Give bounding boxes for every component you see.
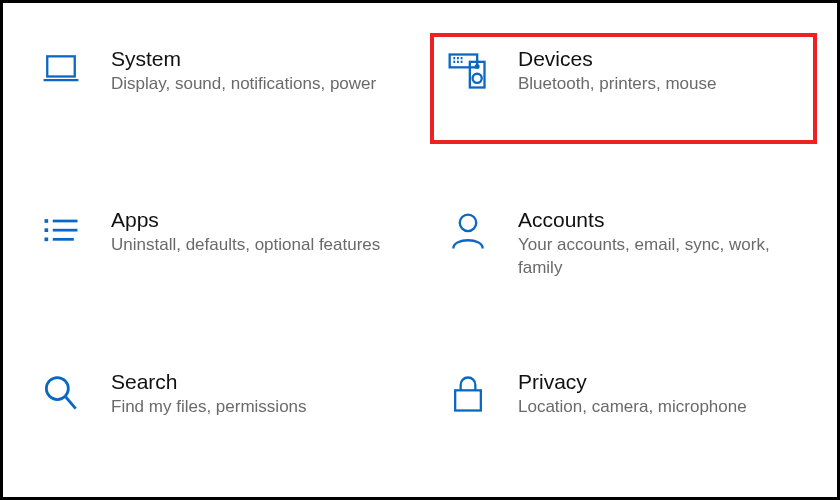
svg-rect-0 (47, 56, 75, 76)
category-text: Privacy Location, camera, microphone (518, 370, 801, 419)
svg-rect-21 (455, 390, 481, 410)
category-text: Search Find my files, permissions (111, 370, 394, 419)
svg-point-11 (476, 65, 479, 68)
category-devices[interactable]: Devices Bluetooth, printers, mouse (430, 33, 817, 144)
svg-line-20 (66, 396, 76, 408)
category-title: Search (111, 370, 394, 394)
devices-icon (446, 49, 490, 93)
category-apps[interactable]: Apps Uninstall, defaults, optional featu… (23, 194, 410, 305)
category-search[interactable]: Search Find my files, permissions (23, 356, 410, 467)
category-privacy[interactable]: Privacy Location, camera, microphone (430, 356, 817, 467)
category-system[interactable]: System Display, sound, notifications, po… (23, 33, 410, 144)
category-text: System Display, sound, notifications, po… (111, 47, 394, 96)
svg-point-18 (460, 215, 477, 232)
category-text: Accounts Your accounts, email, sync, wor… (518, 208, 801, 280)
person-icon (446, 210, 490, 254)
category-desc: Your accounts, email, sync, work, family (518, 234, 801, 280)
svg-point-10 (473, 74, 482, 83)
category-desc: Display, sound, notifications, power (111, 73, 394, 96)
category-desc: Location, camera, microphone (518, 396, 801, 419)
lock-icon (446, 372, 490, 416)
laptop-icon (39, 49, 83, 93)
category-title: Apps (111, 208, 394, 232)
svg-rect-14 (45, 229, 49, 233)
search-icon (39, 372, 83, 416)
svg-point-19 (46, 377, 68, 399)
category-text: Apps Uninstall, defaults, optional featu… (111, 208, 394, 257)
category-title: Privacy (518, 370, 801, 394)
settings-categories-grid: System Display, sound, notifications, po… (23, 33, 817, 467)
category-text: Devices Bluetooth, printers, mouse (518, 47, 801, 96)
category-title: Accounts (518, 208, 801, 232)
svg-rect-16 (45, 238, 49, 242)
category-desc: Find my files, permissions (111, 396, 394, 419)
apps-list-icon (39, 210, 83, 254)
category-desc: Bluetooth, printers, mouse (518, 73, 801, 96)
category-title: Devices (518, 47, 801, 71)
category-accounts[interactable]: Accounts Your accounts, email, sync, wor… (430, 194, 817, 305)
category-desc: Uninstall, defaults, optional features (111, 234, 394, 257)
svg-rect-12 (45, 219, 49, 223)
category-title: System (111, 47, 394, 71)
